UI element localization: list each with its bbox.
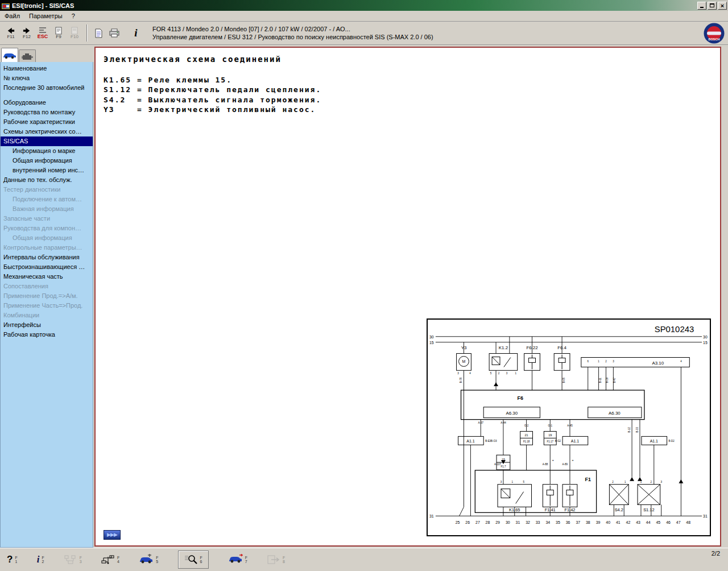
svg-text:21: 21 <box>525 433 528 437</box>
main-region: Наименование№ ключаПоследние 30 автомоби… <box>0 45 728 548</box>
svg-text:36: 36 <box>566 520 570 524</box>
sidebar-item[interactable]: SIS/CAS <box>1 136 93 146</box>
zoom-button[interactable]: F 6 <box>178 551 209 569</box>
sidebar-item[interactable]: Рабочие характеристики <box>1 117 93 127</box>
window-title: ESI[tronic] - SIS/CAS <box>12 2 697 9</box>
tab-engine[interactable] <box>19 49 36 62</box>
forward-fkey-label: F12 <box>23 35 31 39</box>
sidebar-item: Применение Прод.=>А/м. <box>1 291 93 301</box>
close-button[interactable]: × <box>718 2 727 10</box>
svg-text:31: 31 <box>703 514 708 518</box>
menu-item-2[interactable]: Параметры <box>24 11 67 20</box>
menu-item-1[interactable]: Файл <box>0 11 24 20</box>
f10-button: F10 <box>67 23 82 43</box>
svg-text:29: 29 <box>495 520 500 524</box>
diagram-code: SP010243 <box>655 325 694 334</box>
minimize-icon <box>700 3 704 8</box>
document-button[interactable] <box>91 23 106 43</box>
info-button[interactable]: i F 2 <box>37 551 44 569</box>
f10-icon <box>71 27 78 35</box>
forward-button[interactable]: F12 <box>19 23 34 43</box>
back-button[interactable]: F11 <box>3 23 18 43</box>
svg-text:F6: F6 <box>517 395 523 401</box>
info-toolbar-button[interactable]: i <box>129 23 143 43</box>
app-icon <box>1 2 10 10</box>
export-icon <box>267 554 280 565</box>
sidebar-item[interactable]: Данные по тех. обслуж. <box>1 175 93 185</box>
svg-text:S1.12: S1.12 <box>643 507 654 512</box>
engine-icon <box>21 52 34 60</box>
sidebar-tabs <box>0 45 93 62</box>
svg-text:25: 25 <box>456 520 460 524</box>
svg-text:A-37: A-37 <box>478 421 484 424</box>
content-outer: Электрическая схема соединений K1.65 = Р… <box>93 45 728 548</box>
svg-text:34: 34 <box>545 520 550 524</box>
bosch-logo: BOSCH <box>704 23 725 44</box>
svg-text:19: 19 <box>548 433 552 437</box>
svg-text:30: 30 <box>429 335 434 339</box>
sidebar-item[interactable]: внутренний номер инс… <box>1 165 93 175</box>
sidebar-item[interactable]: Рабочая карточка <box>1 330 93 340</box>
sidebar-item[interactable]: Оборудование <box>1 98 93 107</box>
svg-text:F1.41: F1.41 <box>545 507 556 512</box>
sidebar-item[interactable]: Схемы электрических со… <box>1 127 93 136</box>
main-toolbar: F11 F12 ESC F9 F10 i FOR 4113 / Monde <box>0 22 728 45</box>
print-button[interactable] <box>107 23 122 43</box>
vehicle-button[interactable]: F 7 <box>228 551 247 569</box>
sidebar-item[interactable]: Интерфейсы <box>1 320 93 330</box>
sidebar-separator <box>1 93 93 98</box>
svg-text:B-65: B-65 <box>562 377 565 383</box>
svg-text:A1.1: A1.1 <box>571 439 579 443</box>
bottom-toolbar: ? F 1 i F 2 F 3 F 4 F 5 F 6 F 7 F <box>0 548 728 571</box>
export-fkey: F 8 <box>283 556 285 564</box>
svg-text:B-11: B-11 <box>599 378 602 383</box>
menu-item-3[interactable]: ? <box>67 11 80 20</box>
car-wrench-icon <box>139 554 154 565</box>
svg-text:Y3: Y3 <box>461 345 467 350</box>
svg-text:26: 26 <box>465 520 470 524</box>
window-buttons: × <box>697 2 727 10</box>
workshop-button[interactable]: F 5 <box>139 551 158 569</box>
svg-text:F6.22: F6.22 <box>526 345 537 350</box>
help-button[interactable]: ? F 1 <box>7 551 18 569</box>
svg-text:A-107: A-107 <box>494 463 501 466</box>
tab-vehicle[interactable] <box>1 48 18 62</box>
next-page-button[interactable]: ▶▶▶ <box>104 530 121 540</box>
sidebar-item[interactable]: Последние 30 автомобилей <box>1 83 93 93</box>
sidebar-item[interactable]: Руководства по монтажу <box>1 107 93 117</box>
info-fkey: F 2 <box>42 556 44 564</box>
sidebar-item[interactable]: Интервалы обслуживания <box>1 253 93 262</box>
workshop-fkey: F 5 <box>156 556 158 564</box>
sidebar-item[interactable]: Информация о марке <box>1 146 93 156</box>
circuit-diagrams-button[interactable]: F 4 <box>101 551 119 569</box>
svg-text:27: 27 <box>475 520 480 524</box>
magnifier-icon <box>184 554 198 565</box>
minimize-button[interactable] <box>697 2 706 10</box>
svg-text:45: 45 <box>656 520 660 524</box>
svg-text:S4.2: S4.2 <box>615 507 623 512</box>
svg-text:32: 32 <box>526 520 530 524</box>
svg-text:4: 4 <box>680 360 682 363</box>
f9-button[interactable]: F9 <box>51 23 66 43</box>
circuit-fkey: F 4 <box>117 556 119 564</box>
svg-text:B-78: B-78 <box>460 377 462 383</box>
sidebar-item[interactable]: Быстроизнашивающиеся … <box>1 262 93 272</box>
sidebar-item[interactable]: Механическая часть <box>1 272 93 282</box>
esc-button[interactable]: ESC <box>35 23 50 43</box>
sidebar-item: Запасные части <box>1 214 93 224</box>
svg-text:F1.42: F1.42 <box>564 507 575 512</box>
sidebar-item[interactable]: Общая информация <box>1 156 93 165</box>
sidebar-item[interactable]: Наименование <box>1 64 93 73</box>
maximize-button[interactable] <box>708 2 717 10</box>
close-icon: × <box>721 3 724 9</box>
sidebar-item[interactable]: № ключа <box>1 73 93 83</box>
f9-icon <box>55 27 63 35</box>
menu-bar: ФайлПараметры? <box>0 11 728 22</box>
esc-label: ESC <box>38 34 48 39</box>
svg-text:F1: F1 <box>585 477 591 482</box>
printer-icon <box>109 28 119 38</box>
vehicle-info-line2: Управление двигателем / ESU 312 / Руково… <box>152 33 433 41</box>
svg-text:A-44: A-44 <box>500 421 506 424</box>
sidebar-item: Общая информация <box>1 233 93 243</box>
legend-line: Y3 = Электрический топливный насос. <box>104 105 720 114</box>
